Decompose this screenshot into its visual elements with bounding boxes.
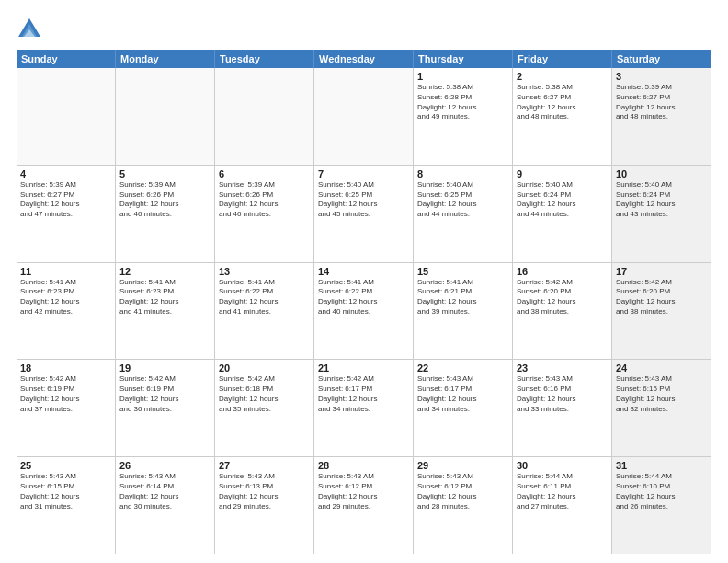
calendar-week-4: 18Sunrise: 5:42 AM Sunset: 6:19 PM Dayli… xyxy=(17,360,711,457)
calendar-cell: 27Sunrise: 5:43 AM Sunset: 6:13 PM Dayli… xyxy=(215,457,314,554)
calendar-cell: 19Sunrise: 5:42 AM Sunset: 6:19 PM Dayli… xyxy=(116,360,215,456)
calendar-cell: 25Sunrise: 5:43 AM Sunset: 6:15 PM Dayli… xyxy=(17,457,116,554)
day-number: 16 xyxy=(517,266,608,277)
calendar-cell: 26Sunrise: 5:43 AM Sunset: 6:14 PM Dayli… xyxy=(116,457,215,554)
day-number: 20 xyxy=(219,362,310,373)
day-number: 11 xyxy=(20,266,111,277)
day-number: 17 xyxy=(616,266,708,277)
logo xyxy=(17,17,44,42)
day-number: 15 xyxy=(417,266,508,277)
day-number: 26 xyxy=(119,460,210,471)
calendar-cell: 22Sunrise: 5:43 AM Sunset: 6:17 PM Dayli… xyxy=(414,360,513,456)
day-number: 1 xyxy=(417,71,508,82)
calendar-cell: 21Sunrise: 5:42 AM Sunset: 6:17 PM Dayli… xyxy=(314,360,414,456)
calendar-cell: 8Sunrise: 5:40 AM Sunset: 6:25 PM Daylig… xyxy=(414,166,513,262)
day-number: 27 xyxy=(219,460,310,471)
calendar-cell: 13Sunrise: 5:41 AM Sunset: 6:22 PM Dayli… xyxy=(215,263,314,360)
calendar-cell: 24Sunrise: 5:43 AM Sunset: 6:15 PM Dayli… xyxy=(612,360,711,456)
calendar-cell: 12Sunrise: 5:41 AM Sunset: 6:23 PM Dayli… xyxy=(116,263,215,360)
cell-info: Sunrise: 5:43 AM Sunset: 6:17 PM Dayligh… xyxy=(417,374,508,414)
calendar-cell: 16Sunrise: 5:42 AM Sunset: 6:20 PM Dayli… xyxy=(513,263,612,360)
cell-info: Sunrise: 5:39 AM Sunset: 6:26 PM Dayligh… xyxy=(119,180,210,220)
calendar-cell: 29Sunrise: 5:43 AM Sunset: 6:12 PM Dayli… xyxy=(414,457,513,554)
calendar-week-2: 4Sunrise: 5:39 AM Sunset: 6:27 PM Daylig… xyxy=(17,166,711,263)
day-number: 10 xyxy=(616,168,708,179)
page: SundayMondayTuesdayWednesdayThursdayFrid… xyxy=(0,0,728,563)
calendar-cell: 30Sunrise: 5:44 AM Sunset: 6:11 PM Dayli… xyxy=(513,457,612,554)
calendar-cell: 7Sunrise: 5:40 AM Sunset: 6:25 PM Daylig… xyxy=(314,166,414,262)
cell-info: Sunrise: 5:38 AM Sunset: 6:28 PM Dayligh… xyxy=(417,83,508,122)
cell-info: Sunrise: 5:43 AM Sunset: 6:12 PM Dayligh… xyxy=(318,472,409,511)
header xyxy=(17,17,711,42)
day-number: 30 xyxy=(517,460,608,471)
day-number: 7 xyxy=(318,168,409,179)
calendar-cell: 20Sunrise: 5:42 AM Sunset: 6:18 PM Dayli… xyxy=(215,360,314,456)
header-day-monday: Monday xyxy=(116,50,215,68)
calendar-week-1: 1Sunrise: 5:38 AM Sunset: 6:28 PM Daylig… xyxy=(17,68,711,166)
calendar-cell: 10Sunrise: 5:40 AM Sunset: 6:24 PM Dayli… xyxy=(612,166,711,262)
cell-info: Sunrise: 5:38 AM Sunset: 6:27 PM Dayligh… xyxy=(517,83,608,122)
calendar-cell: 28Sunrise: 5:43 AM Sunset: 6:12 PM Dayli… xyxy=(314,457,414,554)
day-number: 29 xyxy=(417,460,508,471)
cell-info: Sunrise: 5:42 AM Sunset: 6:17 PM Dayligh… xyxy=(318,374,409,414)
calendar-cell: 11Sunrise: 5:41 AM Sunset: 6:23 PM Dayli… xyxy=(17,263,116,360)
day-number: 5 xyxy=(119,168,210,179)
cell-info: Sunrise: 5:39 AM Sunset: 6:27 PM Dayligh… xyxy=(20,180,111,220)
header-day-sunday: Sunday xyxy=(17,50,116,68)
calendar-cell: 2Sunrise: 5:38 AM Sunset: 6:27 PM Daylig… xyxy=(513,68,612,165)
calendar-cell: 4Sunrise: 5:39 AM Sunset: 6:27 PM Daylig… xyxy=(17,166,116,262)
cell-info: Sunrise: 5:43 AM Sunset: 6:14 PM Dayligh… xyxy=(119,472,210,511)
cell-info: Sunrise: 5:40 AM Sunset: 6:25 PM Dayligh… xyxy=(417,180,508,220)
calendar-body: 1Sunrise: 5:38 AM Sunset: 6:28 PM Daylig… xyxy=(17,68,711,554)
cell-info: Sunrise: 5:39 AM Sunset: 6:27 PM Dayligh… xyxy=(616,83,708,122)
cell-info: Sunrise: 5:39 AM Sunset: 6:26 PM Dayligh… xyxy=(219,180,310,220)
day-number: 3 xyxy=(616,71,708,82)
cell-info: Sunrise: 5:41 AM Sunset: 6:23 PM Dayligh… xyxy=(119,278,210,317)
cell-info: Sunrise: 5:42 AM Sunset: 6:19 PM Dayligh… xyxy=(20,374,111,414)
logo-icon xyxy=(17,17,42,42)
cell-info: Sunrise: 5:41 AM Sunset: 6:21 PM Dayligh… xyxy=(417,278,508,317)
day-number: 4 xyxy=(20,168,111,179)
day-number: 22 xyxy=(417,362,508,373)
calendar-cell: 23Sunrise: 5:43 AM Sunset: 6:16 PM Dayli… xyxy=(513,360,612,456)
day-number: 8 xyxy=(417,168,508,179)
calendar-cell xyxy=(17,68,116,165)
day-number: 28 xyxy=(318,460,409,471)
cell-info: Sunrise: 5:41 AM Sunset: 6:22 PM Dayligh… xyxy=(318,278,409,317)
day-number: 18 xyxy=(20,362,111,373)
calendar-cell: 18Sunrise: 5:42 AM Sunset: 6:19 PM Dayli… xyxy=(17,360,116,456)
header-day-tuesday: Tuesday xyxy=(215,50,314,68)
calendar-cell: 9Sunrise: 5:40 AM Sunset: 6:24 PM Daylig… xyxy=(513,166,612,262)
cell-info: Sunrise: 5:41 AM Sunset: 6:22 PM Dayligh… xyxy=(219,278,310,317)
header-day-saturday: Saturday xyxy=(612,50,711,68)
cell-info: Sunrise: 5:43 AM Sunset: 6:12 PM Dayligh… xyxy=(417,472,508,511)
header-day-thursday: Thursday xyxy=(414,50,513,68)
cell-info: Sunrise: 5:40 AM Sunset: 6:25 PM Dayligh… xyxy=(318,180,409,220)
cell-info: Sunrise: 5:43 AM Sunset: 6:15 PM Dayligh… xyxy=(616,374,708,414)
calendar-cell xyxy=(215,68,314,165)
calendar-cell: 1Sunrise: 5:38 AM Sunset: 6:28 PM Daylig… xyxy=(414,68,513,165)
day-number: 12 xyxy=(119,266,210,277)
day-number: 24 xyxy=(616,362,708,373)
cell-info: Sunrise: 5:42 AM Sunset: 6:19 PM Dayligh… xyxy=(119,374,210,414)
day-number: 21 xyxy=(318,362,409,373)
calendar-cell: 3Sunrise: 5:39 AM Sunset: 6:27 PM Daylig… xyxy=(612,68,711,165)
cell-info: Sunrise: 5:44 AM Sunset: 6:11 PM Dayligh… xyxy=(517,472,608,511)
day-number: 13 xyxy=(219,266,310,277)
calendar-cell: 5Sunrise: 5:39 AM Sunset: 6:26 PM Daylig… xyxy=(116,166,215,262)
cell-info: Sunrise: 5:41 AM Sunset: 6:23 PM Dayligh… xyxy=(20,278,111,317)
calendar-cell: 6Sunrise: 5:39 AM Sunset: 6:26 PM Daylig… xyxy=(215,166,314,262)
day-number: 23 xyxy=(517,362,608,373)
day-number: 25 xyxy=(20,460,111,471)
day-number: 14 xyxy=(318,266,409,277)
day-number: 6 xyxy=(219,168,310,179)
calendar: SundayMondayTuesdayWednesdayThursdayFrid… xyxy=(17,50,711,554)
calendar-cell xyxy=(314,68,414,165)
cell-info: Sunrise: 5:42 AM Sunset: 6:20 PM Dayligh… xyxy=(616,278,708,317)
header-day-wednesday: Wednesday xyxy=(314,50,414,68)
calendar-header: SundayMondayTuesdayWednesdayThursdayFrid… xyxy=(17,50,711,68)
calendar-week-5: 25Sunrise: 5:43 AM Sunset: 6:15 PM Dayli… xyxy=(17,457,711,554)
header-day-friday: Friday xyxy=(513,50,612,68)
calendar-cell xyxy=(116,68,215,165)
cell-info: Sunrise: 5:43 AM Sunset: 6:16 PM Dayligh… xyxy=(517,374,608,414)
